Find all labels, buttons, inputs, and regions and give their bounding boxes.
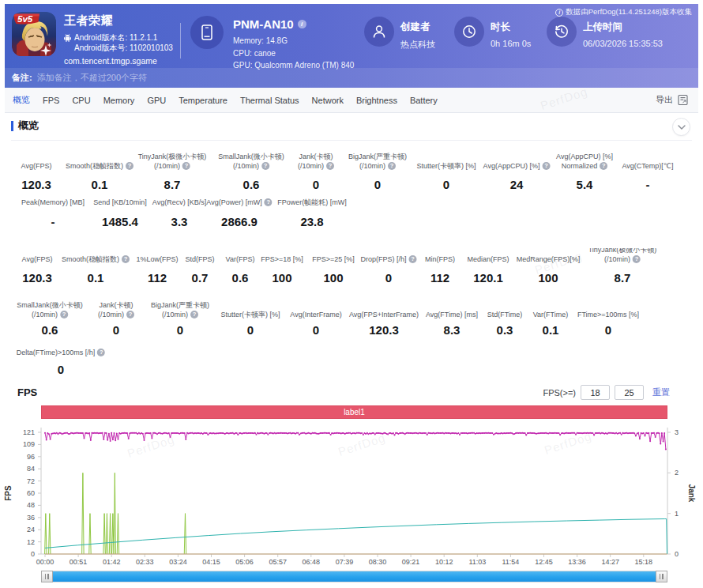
device-info-icon[interactable]: i (298, 20, 306, 28)
export-button[interactable]: 导出 (656, 94, 698, 106)
device-model: PNM-AN10 (233, 17, 294, 31)
metric-label: Smooth(稳帧指数)? (62, 248, 130, 264)
report-tabbar: 概览FPSCPUMemoryGPUTemperatureThermal Stat… (5, 88, 698, 113)
svg-text:109: 109 (23, 440, 35, 448)
export-label: 导出 (656, 94, 673, 106)
svg-text:5v5: 5v5 (17, 14, 33, 24)
metric-cell: Median(FPS)120.1 (467, 248, 509, 285)
metrics-row-1: Avg(FPS)120.3Smooth(稳帧指数)?0.1TinyJank(极微… (0, 147, 703, 194)
game-app-icon: 5v5 (12, 12, 56, 56)
metric-value: 3.3 (152, 215, 206, 228)
zoom-slider-fill[interactable] (53, 571, 656, 582)
metric-cell: Jank(卡顿)(/10min)?0 (298, 147, 334, 191)
metric-value: 0 (360, 271, 416, 285)
help-icon[interactable]: ? (126, 311, 134, 318)
collect-note: i 数据由PerfDog(11.4.251248)版本收集 (555, 7, 692, 17)
overview-collapse-button[interactable] (672, 118, 690, 136)
collect-note-text: 数据由PerfDog(11.4.251248)版本收集 (566, 7, 692, 17)
tab-memory[interactable]: Memory (97, 96, 141, 105)
scene-label-bar[interactable]: label1 (41, 405, 667, 419)
metric-cell: Std(FTime)0.3 (487, 299, 523, 337)
svg-text:FPS: FPS (4, 485, 13, 501)
tab-thermal-status[interactable]: Thermal Status (234, 96, 306, 105)
tab-gpu[interactable]: GPU (141, 96, 172, 105)
metrics-row-5: Delta(FTime)>100ms [/h]?0 (0, 346, 703, 384)
svg-text:12: 12 (27, 538, 35, 546)
metric-cell: 1%Low(FPS)112 (136, 248, 178, 285)
help-icon[interactable]: ? (60, 311, 68, 318)
creator-label: 创建者 (400, 21, 435, 34)
metric-cell: FPS>=25 [%]100 (312, 248, 355, 285)
remark-row[interactable]: 备注: 添加备注，不超过200个字符 (5, 68, 698, 88)
tab-temperature[interactable]: Temperature (172, 96, 234, 105)
device-cpu: CPU: canoe (233, 47, 354, 60)
metric-cell: Jank(卡顿)(/10min)?0 (98, 299, 134, 337)
creator-value: 热点科技 (400, 39, 435, 51)
metric-cell: Avg(AppCPU) [%]Normalized?5.4 (556, 147, 613, 191)
help-icon[interactable]: ? (182, 162, 190, 170)
tab-cpu[interactable]: CPU (66, 96, 96, 105)
help-icon[interactable]: ? (633, 255, 641, 263)
help-icon[interactable]: ? (542, 162, 550, 170)
metric-label: Stutter(卡顿率) [%] (416, 147, 476, 171)
section-divider (11, 140, 692, 141)
metric-label: Avg(FPS) (22, 248, 53, 264)
help-icon[interactable]: ? (126, 162, 133, 170)
metric-label: Avg(CTemp)[℃] (622, 147, 674, 171)
svg-text:05:06: 05:06 (235, 558, 254, 566)
metric-label: Var(FTime) (533, 299, 569, 319)
help-icon[interactable]: ? (600, 162, 607, 170)
metric-label: Avg(Recv) [KB/s] (152, 194, 206, 207)
fps-chart[interactable]: 01224364860728496109121012300:0000:5101:… (0, 424, 703, 571)
perfdog-report-page: {"collect_note": "数据由PerfDog(11.4.251248… (0, 0, 703, 588)
device-info: PNM-AN10 i Memory: 14.8G CPU: canoe GPU:… (181, 4, 363, 72)
upload-icon-circle (547, 17, 577, 47)
fps-threshold-input-1[interactable] (581, 385, 610, 400)
device-memory: Memory: 14.8G (233, 35, 354, 47)
metric-label: Jank(卡顿)(/10min)? (298, 147, 334, 171)
help-icon[interactable]: ? (388, 162, 396, 170)
help-icon[interactable]: ? (97, 349, 105, 356)
metric-cell: Avg(FPS)120.3 (21, 147, 52, 191)
svg-text:0: 0 (675, 550, 679, 558)
metric-label: Stutter(卡顿率) [%] (220, 299, 280, 319)
help-icon[interactable]: ? (409, 255, 417, 263)
metric-value: 100 (261, 271, 303, 285)
duration-value: 0h 16m 0s (491, 39, 531, 48)
tab-概览[interactable]: 概览 (6, 94, 36, 106)
svg-text:36: 36 (27, 514, 35, 522)
zoom-handle-right[interactable] (656, 571, 667, 582)
zoom-handle-left[interactable] (41, 571, 53, 582)
help-icon[interactable]: ? (190, 311, 198, 318)
metric-cell: Avg(FPS)120.3 (22, 248, 53, 285)
help-icon[interactable]: ? (265, 198, 273, 206)
chart-zoom-slider[interactable] (41, 571, 667, 582)
metric-value: 8.7 (588, 271, 657, 285)
tab-battery[interactable]: Battery (404, 96, 444, 105)
remark-placeholder[interactable]: 添加备注，不超过200个字符 (37, 72, 147, 84)
metric-value: 0 (577, 323, 639, 337)
chevron-down-icon (678, 125, 686, 130)
metric-value: 0.6 (226, 271, 255, 285)
tab-network[interactable]: Network (306, 96, 350, 105)
help-icon[interactable]: ? (261, 162, 269, 170)
reset-link[interactable]: 重置 (652, 386, 670, 398)
tab-fps[interactable]: FPS (36, 96, 66, 105)
help-icon[interactable]: ? (326, 162, 334, 170)
tab-brightness[interactable]: Brightness (350, 96, 404, 105)
fps-threshold-filter: FPS(>=) 重置 (543, 385, 670, 400)
metric-value: 0.6 (218, 178, 284, 191)
metric-label: Smooth(稳帧指数)? (66, 147, 133, 171)
metric-cell: FPower(帧能耗) [mW]23.8 (277, 194, 347, 228)
metric-value: 5.4 (556, 178, 613, 191)
metrics-row-4: SmallJank(微小卡顿)(/10min)?0.6Jank(卡顿)(/10m… (0, 299, 703, 346)
scene-label: label1 (344, 408, 365, 416)
svg-text:08:30: 08:30 (369, 558, 387, 566)
help-icon[interactable]: ? (122, 255, 130, 263)
metric-label: Avg(FTime) [ms] (426, 299, 478, 319)
metric-value: 0.7 (185, 271, 214, 285)
metric-cell: Avg(CTemp)[℃]- (622, 147, 674, 191)
fps-threshold-input-2[interactable] (615, 385, 644, 400)
duration-block: 时长 0h 16m 0s (454, 4, 547, 48)
metric-value: 0 (220, 323, 280, 337)
